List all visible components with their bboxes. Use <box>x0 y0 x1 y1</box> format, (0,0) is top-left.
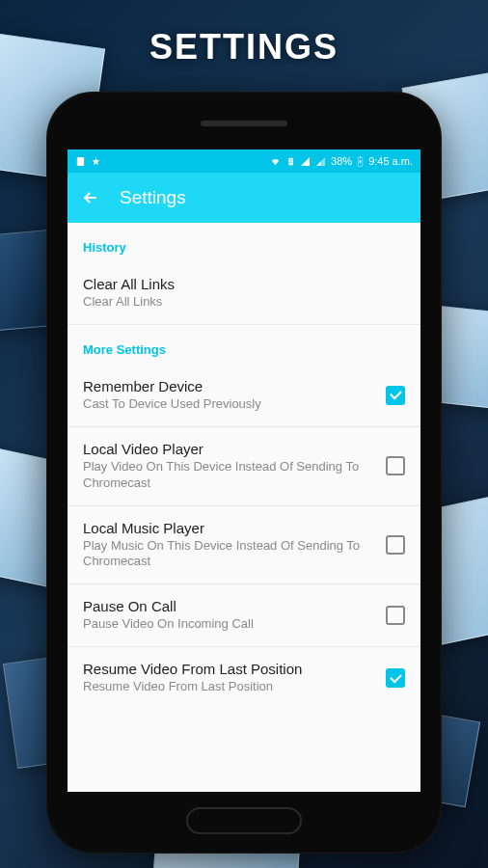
phone-home-button <box>186 807 302 834</box>
item-title: Local Video Player <box>83 441 374 457</box>
item-subtitle: Cast To Device Used Previously <box>83 396 374 413</box>
remember-device-item[interactable]: Remember Device Cast To Device Used Prev… <box>68 365 420 427</box>
section-header-more: More Settings <box>68 325 420 365</box>
resume-video-checkbox[interactable] <box>386 668 405 688</box>
clear-all-links-item[interactable]: Clear All Links Clear All Links <box>68 262 420 325</box>
local-music-player-item[interactable]: Local Music Player Play Music On This De… <box>68 506 420 585</box>
svg-rect-4 <box>360 156 362 157</box>
signal2-icon <box>315 156 326 167</box>
status-bar: 2 38% 9:45 a.m. <box>68 149 420 173</box>
item-subtitle: Resume Video From Last Position <box>83 679 374 695</box>
settings-content[interactable]: History Clear All Links Clear All Links … <box>68 223 420 792</box>
section-header-history: History <box>68 223 420 262</box>
item-subtitle: Pause Video On Incoming Call <box>83 616 374 633</box>
item-subtitle: Play Video On This Device Instead Of Sen… <box>83 459 374 492</box>
phone-speaker <box>201 121 287 126</box>
pause-on-call-item[interactable]: Pause On Call Pause Video On Incoming Ca… <box>68 584 420 647</box>
wifi-icon <box>269 156 282 167</box>
item-title: Clear All Links <box>83 276 393 292</box>
local-video-player-item[interactable]: Local Video Player Play Video On This De… <box>68 427 420 506</box>
item-subtitle: Play Music On This Device Instead Of Sen… <box>83 538 374 571</box>
item-title: Resume Video From Last Position <box>83 661 374 677</box>
sim-icon <box>75 156 86 167</box>
svg-rect-0 <box>77 156 84 165</box>
location-icon <box>91 156 101 167</box>
page-title: SETTINGS <box>0 27 488 68</box>
local-video-checkbox[interactable] <box>386 456 405 475</box>
phone-frame: 2 38% 9:45 a.m. S <box>46 92 442 854</box>
pause-on-call-checkbox[interactable] <box>386 606 405 625</box>
local-music-checkbox[interactable] <box>386 535 405 555</box>
battery-percentage: 38% <box>331 155 352 167</box>
sim-indicator-icon: 2 <box>286 156 295 167</box>
app-bar-title: Settings <box>120 187 186 208</box>
item-title: Remember Device <box>83 378 374 394</box>
back-button[interactable] <box>81 188 100 207</box>
item-subtitle: Clear All Links <box>83 294 393 311</box>
svg-text:2: 2 <box>289 158 292 164</box>
battery-charging-icon <box>357 156 364 167</box>
item-title: Local Music Player <box>83 520 374 536</box>
status-time: 9:45 a.m. <box>368 155 413 167</box>
remember-device-checkbox[interactable] <box>386 386 405 405</box>
phone-screen: 2 38% 9:45 a.m. S <box>68 149 420 792</box>
item-title: Pause On Call <box>83 598 374 614</box>
resume-video-item[interactable]: Resume Video From Last Position Resume V… <box>68 647 420 709</box>
app-bar: Settings <box>68 173 420 223</box>
signal-icon <box>300 156 311 167</box>
